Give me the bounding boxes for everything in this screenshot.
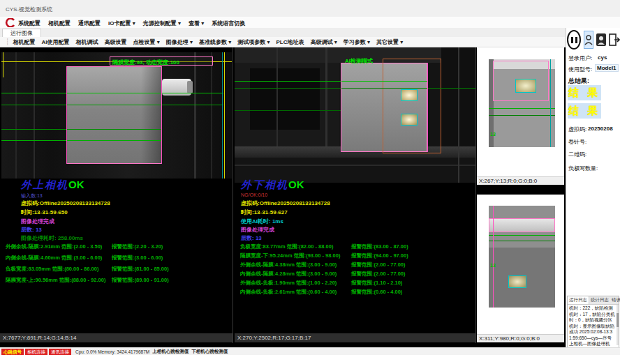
menu-item-camera-config[interactable]: 相机配置 [48, 20, 71, 27]
middle-cam-process-done: 图像处理完成 [241, 226, 274, 234]
thumb-tab-spot [508, 275, 526, 288]
middle-alarm-range: 报警范围:(2.00 - 77.00) [351, 271, 406, 278]
menu-item-view[interactable]: 查看 ▾ [189, 20, 204, 27]
menu-item-language-switch[interactable]: 系统语言切换 [212, 20, 245, 27]
tool-baseline-params[interactable]: 基准线参数 ▾ [199, 38, 231, 46]
menu-item-comm-config[interactable]: 通讯配置 [78, 20, 101, 27]
middle-camera-image[interactable]: AI检测模式 [235, 47, 475, 183]
tool-spot-check[interactable]: 点检设置 ▾ [133, 38, 159, 46]
overlay-line-green [1, 105, 223, 105]
menu-items: 系统配置 相机配置 通讯配置 IO卡配置 ▾ 光源控制配置 ▾ 查看 ▾ 系统语… [18, 20, 253, 27]
overlay-line-green [489, 108, 555, 109]
overlay-line-magenta [493, 206, 494, 308]
overlay-line-cyan [222, 52, 223, 179]
left-alarm-range: 报警范围:(89.00 - 91.00) [112, 277, 169, 284]
tool-other-settings[interactable]: 其它设置 ▾ [376, 38, 403, 46]
model-value[interactable]: Model1 [595, 64, 619, 72]
tool-ai-usage-config[interactable]: AI使用配置 [41, 38, 69, 46]
left-cam-virtual-code: 虚拟码:Offline20250208133134728 [21, 199, 110, 207]
middle-alarm-range: 报警范围:(2.00 - 77.00) [351, 261, 406, 268]
film-width-overlay-text: 隔膜宽度:93, 动态宽度:100 [112, 59, 179, 66]
exit-door-icon [609, 33, 620, 46]
thumb-top-image: 13 [489, 59, 555, 147]
machine-texture [211, 52, 212, 179]
thumb-roi [493, 61, 549, 101]
status-bar: 心跳信号 相机连接 通讯连接 Cpu: 0.0% Memory: 3424.41… [0, 347, 620, 355]
log-tabs: 运行日志 统计日志 错误日志 [568, 296, 619, 305]
user-login-button[interactable] [584, 31, 593, 49]
tool-plc-address-table[interactable]: PLC地址表 [276, 38, 304, 46]
app-logo-icon [5, 18, 15, 27]
thumb-top-panel[interactable]: 13 X:267;Y:13;R:0;G:0;B:0 [477, 47, 564, 185]
middle-measure-row: 内侧余线-隔膜:4.28mm 范围:(3.00 - 9.00) [240, 271, 337, 278]
left-measure-row: 隔膜宽度-上:90.56mm 范围:(88.00 - 92.00) [6, 277, 105, 284]
log-tab-stats[interactable]: 统计日志 [589, 296, 610, 304]
login-user-value: cys [598, 54, 607, 61]
left-coords-bar: X:7677;Y:891;R:14;G:14;B:14 [0, 333, 232, 342]
overlay-line-magenta [161, 66, 162, 164]
tool-advanced-settings[interactable]: 高级设置 [104, 38, 126, 46]
overlay-line-magenta [427, 63, 428, 152]
title-bar [0, 0, 620, 17]
tab-strip [0, 28, 566, 38]
middle-measure-row: 内侧余线-负极:2.61mm 范围:(0.60 - 4.00) [240, 289, 337, 296]
middle-coords-bar: X:270;Y:2502;R:17;G:17;B:17 [235, 333, 475, 342]
tool-camera-config[interactable]: 相机配置 [13, 38, 35, 46]
tool-image-processing[interactable]: 图像处理 ▾ [166, 38, 193, 46]
overlay-line-yellow [224, 52, 225, 179]
thumb-top-coords-bar: X:267;Y:13;R:0;G:0;B:0 [477, 176, 564, 185]
left-camera-image[interactable]: 隔膜宽度:93, 动态宽度:100 [1, 52, 232, 179]
tool-test-item-params[interactable]: 测试项参数 ▾ [237, 38, 270, 46]
inspection-roi-orange [383, 59, 441, 153]
menu-item-io-card-config[interactable]: IO卡配置 ▾ [108, 20, 135, 27]
tool-advanced-debug[interactable]: 高级调试 ▾ [310, 38, 337, 46]
middle-cam-subtitle: NG/OK:0/10 [241, 192, 267, 197]
left-cam-subtitle: 输入数:13 [21, 192, 43, 199]
machine-texture [458, 47, 459, 183]
pause-button[interactable] [567, 30, 581, 50]
tab-spot [401, 89, 418, 101]
middle-measure-row: 外侧余线-隔膜:4.38mm 范围:(3.00 - 9.00) [240, 261, 337, 268]
log-panel: 运行日志 统计日志 错误日志 机时：222，缺陷检测机时：17，缺陷分类机时：0… [567, 296, 619, 348]
thumb-top-tag: 13 [490, 132, 496, 137]
virtual-code-value: 20250208 [588, 126, 613, 132]
tab-spot [401, 114, 418, 126]
machine-texture [194, 52, 196, 179]
operator-icon [596, 33, 606, 46]
upper-cam-heartbeat: 上相机心跳检测值 [152, 349, 189, 355]
sidebar-buttons [567, 29, 620, 50]
log-text: 机时：222，缺陷检测机时：17，缺陷分类机时：0，缺陷视频分区机时：显示图像取… [568, 305, 619, 346]
machine-texture [276, 47, 278, 146]
overlay-label-box: 隔膜宽度:93, 动态宽度:100 [110, 56, 213, 66]
machine-texture [325, 47, 327, 146]
menu-item-light-control-config[interactable]: 光源控制配置 ▾ [143, 20, 181, 27]
panel-divider [475, 47, 476, 343]
model-label: 使用型号: [568, 66, 592, 73]
log-tab-error[interactable]: 错误日志 [610, 296, 620, 304]
middle-alarm-range: 报警范围:(0.60 - 4.00) [351, 289, 402, 296]
middle-cam-ai-elapsed: 使用AI耗时: 1ms [241, 218, 283, 225]
log-scrollbar[interactable] [617, 305, 619, 345]
thumb-bottom-panel[interactable]: 13 X:311;Y:980;R:0;G:0;B:0 [477, 195, 564, 342]
qr-code-label: 二维码: [568, 151, 586, 158]
menu-item-system-config[interactable]: 系统配置 [18, 20, 40, 27]
result-badge-bottom: 结 果 [568, 103, 601, 119]
neg-write-count-label: 负极写数量: [568, 165, 598, 172]
middle-cam-ok-status: OK [288, 179, 304, 190]
operator-button[interactable] [596, 33, 606, 47]
log-tab-run[interactable]: 运行日志 [568, 296, 589, 304]
tool-learning-params[interactable]: 学习参数 ▾ [344, 38, 370, 46]
left-cam-elapsed: 图像处理耗时: 258.00ms [21, 234, 83, 242]
middle-alarm-range: 报警范围:(94.00 - 97.00) [351, 252, 408, 259]
left-cam-layer-count: 层数: 13 [21, 226, 42, 234]
overlay-line-green [1, 129, 162, 130]
exit-button[interactable] [609, 33, 620, 47]
machine-opening [250, 68, 320, 130]
tool-camera-debug[interactable]: 相机调试 [75, 38, 98, 46]
middle-measure-row: 负极宽度:83.77mm 范围:(82.00 - 88.00) [240, 243, 333, 250]
app-window: CYS-视觉检测系统 系统配置 相机配置 通讯配置 IO卡配置 ▾ 光源控制配置… [0, 0, 620, 364]
overlay-line-green [489, 241, 555, 241]
overlay-line-green [489, 235, 555, 236]
left-measure-row: 内侧余线-隔膜:4.60mm 范围:(3.00 - 6.00) [6, 255, 102, 261]
roller-cap [187, 81, 193, 93]
